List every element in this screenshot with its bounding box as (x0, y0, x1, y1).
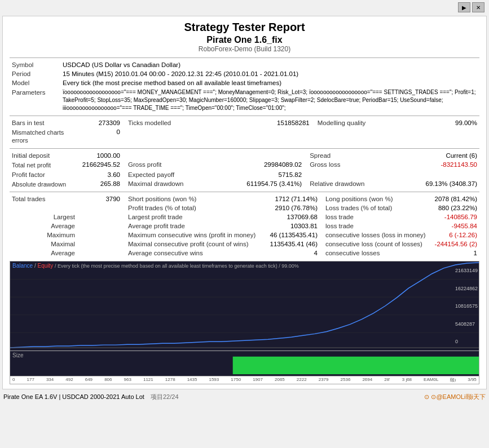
footer-left: Pirate One EA 1.6V | USDCAD 2000-2021 Au… (3, 393, 179, 401)
max-consec-profit-value: 1135435.41 (46) (262, 239, 320, 249)
x-177: 177 (27, 377, 34, 383)
short-pos-label: Short positions (won %) (122, 194, 262, 203)
deposit-label: Initial deposit (10, 151, 77, 160)
consec-losses-value: 6 (-12.26) (431, 230, 479, 239)
abs-drawdown-label: Absolute drawdown (10, 179, 77, 189)
gross-profit-value: 29984089.02 (216, 160, 304, 170)
equity-legend: Equity (37, 263, 53, 269)
x-chi1: 颐i (450, 377, 456, 383)
svg-rect-6 (10, 373, 233, 376)
x-axis-labels: 0 177 334 492 649 806 963 1121 1278 1435… (10, 376, 479, 384)
x-3j68: 3 j68 (402, 377, 412, 383)
largest-loss-label: loss trade (320, 212, 431, 221)
profit-factor-label: Profit factor (10, 170, 77, 179)
avg-consec-losses-label: consecutive losses (320, 249, 431, 258)
footer-watermark: ⊙ ⊙@EAMOLi颐i天下 (424, 393, 486, 401)
x-28: 28' (384, 377, 390, 383)
params-value: ïoooooooooooooooooo="=== MONEY_MANAGEMEN… (60, 87, 479, 113)
bars-value: 273309 (77, 118, 122, 127)
gross-profit-label: Gross profit (122, 160, 216, 170)
consec-loss-count-value: -244154.56 (2) (431, 239, 479, 249)
x-963: 963 (124, 377, 131, 383)
loss-trades-value: 880 (23.22%) (431, 203, 479, 212)
main-chart: Balance / Equity / Every tick (the most … (10, 261, 479, 351)
title-bar-buttons: ▶ ✕ (458, 2, 484, 12)
size-label: Size (12, 352, 23, 358)
spread-value: Current (6) (397, 151, 479, 160)
max-consec-wins-value: 46 (1135435.41) (262, 230, 320, 239)
loss-trades-label: Loss trades (% of total) (320, 203, 431, 212)
mismatch-value: 0 (77, 127, 122, 146)
x-1121: 1121 (143, 377, 153, 383)
y-label-2: 16224862 (455, 286, 478, 291)
main-window: ▶ ✕ Strategy Tester Report Pirate One 1.… (0, 0, 489, 448)
spread-label: Spread (304, 151, 397, 160)
net-profit-label: Total net profit (10, 160, 77, 170)
report-title: Strategy Tester Report (10, 21, 479, 34)
report-container: Strategy Tester Report Pirate One 1.6_fi… (2, 16, 487, 389)
expected-payoff-value: 5715.82 (216, 170, 304, 179)
long-pos-value: 2078 (81.42%) (431, 194, 479, 203)
footer: Pirate One EA 1.6V | USDCAD 2000-2021 Au… (0, 391, 489, 403)
avg-loss-value: -9455.84 (431, 221, 479, 230)
gross-loss-value: -8321143.50 (397, 160, 479, 170)
avg-consec-wins-label: Average consecutive wins (122, 249, 262, 258)
max-drawdown-label: Maximal drawdown (122, 179, 216, 189)
largest-loss-value: -140856.79 (431, 212, 479, 221)
trades-table: Total trades 3790 Short positions (won %… (10, 194, 479, 258)
rel-drawdown-value: 69.13% (3408.37) (397, 179, 479, 189)
y-label-5: 0 (455, 339, 478, 344)
long-pos-label: Long positions (won %) (320, 194, 431, 203)
watermark-icon: ⊙ (424, 393, 429, 400)
profit-trades-label: Profit trades (% of total) (122, 203, 262, 212)
max-drawdown-value: 611954.75 (3.41%) (216, 179, 304, 189)
footer-page: 项目22/24 (151, 393, 179, 400)
chart-legend: Balance / Equity / Every tick (the most … (12, 263, 299, 269)
profit-trades-value: 2910 (76.78%) (262, 203, 320, 212)
footer-title: Pirate One EA 1.6V | USDCAD 2000-2021 Au… (3, 393, 144, 400)
rel-drawdown-label: Relative drawdown (304, 179, 397, 189)
largest-profit-label: Largest profit trade (122, 212, 262, 221)
quality-label: Modelling quality (312, 118, 417, 127)
abs-drawdown-value: 265.88 (77, 179, 122, 189)
avg-profit-value: 10303.81 (262, 221, 320, 230)
close-button[interactable]: ✕ (472, 2, 484, 12)
bars-table: Bars in test 273309 Ticks modelled 15185… (10, 118, 479, 146)
x-806: 806 (104, 377, 112, 383)
short-pos-value: 1712 (71.14%) (262, 194, 320, 203)
consec-losses-label: consecutive losses (loss in money) (320, 230, 431, 239)
max-consec-wins-label: Maximum consecutive wins (profit in mone… (122, 230, 262, 239)
mismatch-label: Mismatched charts errors (10, 127, 77, 146)
model-value: Every tick (the most precise method base… (60, 78, 479, 87)
x-1593: 1593 (209, 377, 219, 383)
x-334: 334 (46, 377, 54, 383)
quality-value: 99.00% (416, 118, 479, 127)
x-0: 0 (12, 377, 15, 383)
total-trades-label: Total trades (10, 194, 77, 203)
x-2694: 2694 (362, 377, 372, 383)
expected-payoff-label: Expected payoff (122, 170, 216, 179)
chart-subtitle: / Every tick (the most precise method ba… (55, 263, 299, 269)
x-492: 492 (65, 377, 73, 383)
net-profit-value: 21662945.52 (77, 160, 122, 170)
y-label-4: 5408287 (455, 321, 478, 327)
avg-profit-label: Average profit trade (122, 221, 262, 230)
balance-legend: Balance (12, 263, 33, 269)
x-1435: 1435 (187, 377, 197, 383)
x-1750: 1750 (231, 377, 241, 383)
info-table: Symbol USDCAD (US Dollar vs Canadian Dol… (10, 60, 479, 113)
report-source: RoboForex-Demo (Build 1320) (10, 45, 479, 53)
play-button[interactable]: ▶ (458, 2, 470, 12)
report-subtitle: Pirate One 1.6_fix (10, 35, 479, 45)
gross-loss-label: Gross loss (304, 160, 397, 170)
y-label-1: 21633149 (455, 268, 478, 273)
bars-label: Bars in test (10, 118, 77, 127)
model-label: Model (10, 78, 60, 87)
y-label-3: 10816575 (455, 303, 478, 309)
x-2536: 2536 (341, 377, 351, 383)
deposit-value: 1000.00 (77, 151, 122, 160)
svg-rect-7 (233, 357, 479, 374)
period-value: 15 Minutes (M15) 2010.01.04 00:00 - 2020… (60, 69, 479, 78)
avg-consec-wins-value: 4 (262, 249, 320, 258)
size-chart-svg (10, 351, 479, 376)
